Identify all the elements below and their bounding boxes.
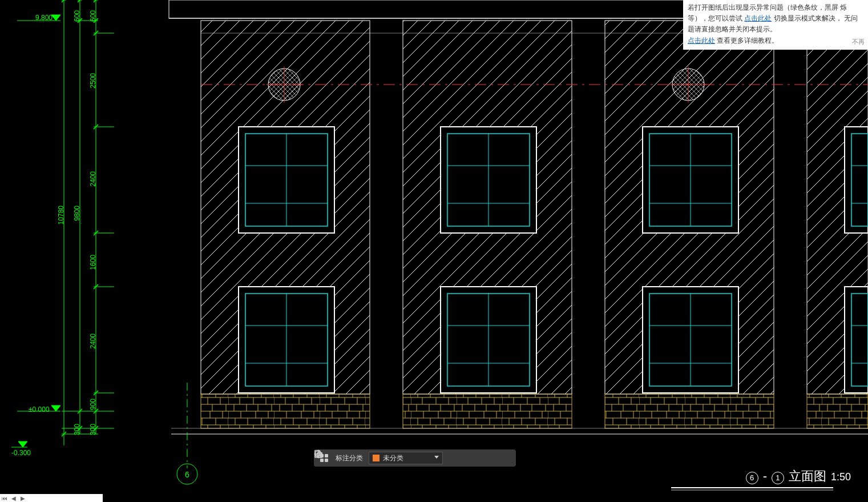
elev-m03: -0.300 (11, 449, 31, 457)
dim-300b: 300 (89, 424, 97, 435)
notice-panel: 若打开图纸后出现显示异常问题（绿色条纹，黑屏 烁等），您可以尝试 点击此处 切换… (683, 0, 868, 50)
paste-icon[interactable] (500, 452, 511, 464)
dim-2500: 2500 (89, 73, 97, 89)
svg-rect-10 (605, 394, 774, 428)
title-dash: - (763, 469, 767, 484)
title-text: 立面图 (789, 468, 826, 485)
dim-9800b: 9800 (73, 206, 81, 221)
svg-rect-36 (845, 127, 868, 233)
title-num-b: 1 (772, 472, 784, 484)
dim-10780: 10780 (57, 206, 65, 224)
copy-icon[interactable] (483, 452, 494, 464)
dim-1600: 1600 (89, 255, 97, 270)
notice-link-switch[interactable]: 点击此处 (744, 14, 772, 22)
edit-icon[interactable] (449, 452, 460, 464)
dim-2400a: 2400 (89, 171, 97, 187)
tab-next-icon[interactable]: ▶ (18, 494, 27, 502)
svg-rect-8 (201, 394, 370, 428)
dim-900: 900 (89, 399, 97, 410)
notice-text: 查看更多详细教程。 (717, 37, 778, 45)
dim-600b: 600 (89, 10, 97, 22)
elev-9800: 9.800 (35, 14, 53, 22)
category-select[interactable]: 未分类 (369, 452, 443, 464)
layout-tabstrip: ⏮ ◀ ▶ (0, 494, 103, 502)
annotation-toolbar: 标注分类 未分类 (314, 449, 516, 467)
svg-rect-11 (807, 394, 868, 428)
title-num-a: 6 (746, 472, 758, 484)
dim-600a: 600 (73, 10, 81, 22)
color-swatch-icon (373, 455, 380, 461)
dim-2400b: 2400 (89, 334, 97, 349)
drawing-title: 6 - 1 立面图 1:50 (746, 468, 851, 485)
toolbar-label: 标注分类 (336, 453, 363, 463)
axis-6: 6 (185, 470, 189, 479)
svg-rect-98 (315, 451, 320, 456)
tab-first-icon[interactable]: ⏮ (0, 494, 9, 502)
tab-prev-icon[interactable]: ◀ (9, 494, 18, 502)
notice-link-more[interactable]: 点击此处 (688, 37, 715, 45)
title-scale: 1:50 (831, 471, 851, 483)
move-icon[interactable] (466, 452, 477, 464)
elev-0: ±0.000 (29, 405, 50, 413)
svg-rect-9 (403, 394, 572, 428)
svg-rect-55 (845, 287, 868, 393)
notice-text: 切换显示模式来解决， (774, 14, 842, 22)
cad-canvas[interactable] (0, 0, 868, 502)
notice-text: 若打开图纸后出现显示异常问题（绿色条纹，黑屏 (688, 3, 838, 11)
notice-dismiss[interactable]: 不再 (852, 37, 865, 47)
chevron-down-icon (434, 456, 439, 459)
dim-300a: 300 (73, 424, 81, 435)
category-value: 未分类 (383, 453, 403, 463)
